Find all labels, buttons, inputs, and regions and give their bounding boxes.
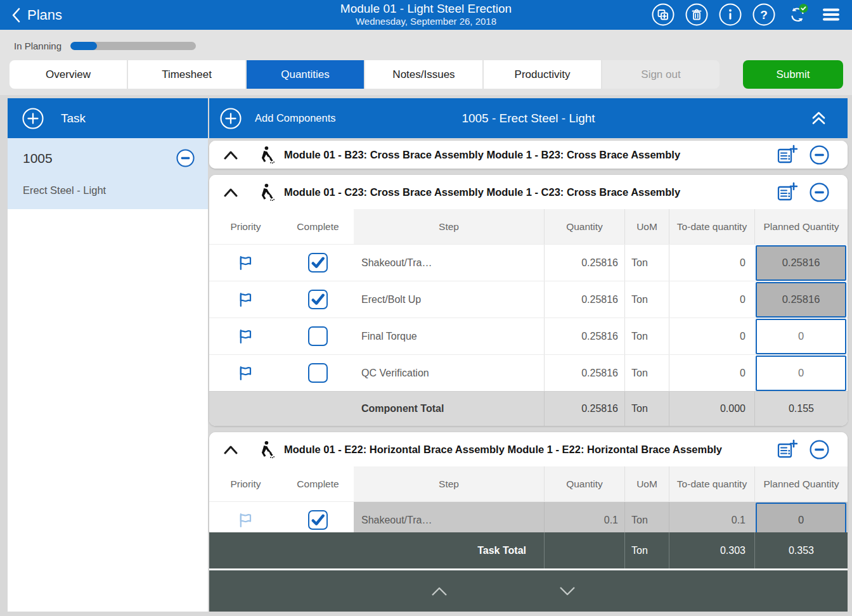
status-progress-fill	[70, 42, 97, 50]
step-uom: Ton	[624, 502, 669, 537]
worker-icon	[256, 183, 275, 202]
add-note-icon[interactable]	[777, 439, 797, 460]
add-note-icon[interactable]	[777, 144, 797, 165]
planned-quantity-input[interactable]	[756, 282, 846, 318]
component-title: Module 01 - B23: Cross Brace Assembly Mo…	[284, 149, 680, 161]
priority-flag-icon[interactable]	[237, 328, 255, 345]
complete-checkbox-checked[interactable]	[308, 253, 328, 273]
planned-quantity-input[interactable]	[756, 356, 846, 391]
duplicate-icon[interactable]	[651, 3, 675, 27]
priority-flag-icon[interactable]	[237, 511, 255, 529]
component-card-c23: Module 01 - C23: Cross Brace Assembly Mo…	[209, 175, 848, 426]
tab-sign-out[interactable]: Sign out	[602, 60, 720, 89]
info-icon[interactable]	[718, 3, 742, 27]
step-name: Shakeout/Tra…	[354, 502, 544, 537]
component-total-todate: 0.000	[669, 392, 754, 426]
chevron-left-icon	[11, 7, 21, 23]
col-quantity: Quantity	[544, 209, 624, 244]
tab-overview[interactable]: Overview	[10, 60, 127, 89]
back-label: Plans	[27, 7, 62, 23]
tab-quantities[interactable]: Quantities	[247, 60, 364, 89]
complete-checkbox-checked[interactable]	[308, 290, 328, 309]
complete-checkbox-unchecked[interactable]	[308, 326, 328, 346]
col-priority: Priority	[209, 209, 282, 244]
step-quantity: 0.25816	[544, 318, 624, 354]
page-title-block: Module 01 - Light Steel Erection Wednesd…	[340, 2, 512, 27]
back-button[interactable]: Plans	[11, 7, 62, 23]
add-components-label: Add Components	[255, 112, 336, 124]
collapse-component-icon[interactable]	[223, 188, 238, 197]
task-list-item[interactable]: 1005 Erect Steel - Light	[8, 138, 208, 209]
submit-button[interactable]: Submit	[743, 60, 843, 89]
step-row: Shakeout/Tra… 0.25816 Ton 0	[209, 244, 848, 281]
remove-component-icon[interactable]	[809, 144, 830, 165]
step-name: Erect/Bolt Up	[354, 281, 544, 318]
tab-timesheet[interactable]: Timesheet	[128, 60, 245, 89]
remove-task-icon[interactable]	[176, 148, 195, 168]
task-sidebar: Task 1005 Erect Steel - Light	[8, 98, 208, 612]
col-step: Step	[354, 466, 544, 501]
priority-flag-icon[interactable]	[237, 364, 255, 382]
scroll-up-icon[interactable]	[430, 586, 449, 597]
col-complete: Complete	[282, 209, 354, 244]
step-uom: Ton	[624, 318, 669, 354]
task-total-todate: 0.303	[669, 532, 754, 568]
component-title: Module 01 - C23: Cross Brace Assembly Mo…	[284, 186, 680, 198]
remove-component-icon[interactable]	[809, 439, 830, 460]
step-name: Final Torque	[354, 318, 544, 354]
status-tab-strip: In Planning Overview Timesheet Quantitie…	[0, 30, 852, 95]
step-quantity: 0.25816	[544, 245, 624, 281]
step-quantity: 0.1	[544, 502, 624, 537]
component-header: Module 01 - B23: Cross Brace Assembly Mo…	[209, 141, 848, 169]
task-name: Erect Steel - Light	[23, 184, 195, 196]
task-total-uom: Ton	[624, 532, 669, 568]
tab-bar: Overview Timesheet Quantities Notes/Issu…	[10, 60, 720, 89]
page-date: Wednesday, September 26, 2018	[340, 16, 512, 27]
step-name: QC Verification	[354, 355, 544, 391]
step-row: Shakeout/Tra… 0.1 Ton 0.1	[209, 501, 848, 537]
tab-notes-issues[interactable]: Notes/Issues	[365, 60, 482, 89]
step-todate: 0	[669, 281, 754, 318]
collapse-component-icon[interactable]	[223, 445, 238, 454]
collapse-all-icon[interactable]	[810, 110, 827, 127]
planned-quantity-input[interactable]	[756, 245, 846, 281]
delete-icon[interactable]	[685, 3, 709, 27]
component-title: Module 01 - E22: Horizontal Brace Assemb…	[284, 444, 722, 456]
component-total-planned: 0.155	[754, 392, 848, 426]
page-title: Module 01 - Light Steel Erection	[340, 2, 512, 16]
add-task-icon[interactable]	[22, 107, 44, 130]
help-icon[interactable]: ?	[752, 3, 776, 27]
scroll-down-icon[interactable]	[558, 586, 577, 597]
col-planned: Planned Quantity	[754, 466, 848, 501]
component-header: Module 01 - C23: Cross Brace Assembly Mo…	[209, 175, 848, 209]
component-header: Module 01 - E22: Horizontal Brace Assemb…	[209, 432, 848, 466]
step-uom: Ton	[624, 355, 669, 391]
remove-component-icon[interactable]	[809, 182, 830, 203]
task-total-row: Task Total Ton 0.303 0.353	[209, 532, 848, 568]
topbar-icons: ?	[651, 3, 843, 27]
priority-flag-icon[interactable]	[237, 291, 255, 309]
steps-table-header: Priority Complete Step Quantity UoM To-d…	[209, 209, 848, 244]
step-todate: 0	[669, 318, 754, 354]
component-card-b23: Module 01 - B23: Cross Brace Assembly Mo…	[209, 141, 848, 169]
col-step: Step	[354, 209, 544, 244]
components-header: Add Components 1005 - Erect Steel - Ligh…	[209, 98, 848, 138]
planned-quantity-input[interactable]	[756, 503, 846, 537]
add-note-icon[interactable]	[777, 182, 797, 203]
collapse-component-icon[interactable]	[223, 150, 238, 160]
complete-checkbox-unchecked[interactable]	[308, 363, 328, 383]
task-total-planned: 0.353	[754, 532, 848, 568]
sync-icon[interactable]	[785, 3, 810, 27]
task-header-label: Task	[61, 112, 86, 125]
planned-quantity-input[interactable]	[756, 319, 846, 354]
worker-icon	[256, 440, 275, 459]
complete-checkbox-checked[interactable]	[308, 510, 328, 530]
step-row: Erect/Bolt Up 0.25816 Ton 0	[209, 281, 848, 318]
status-label: In Planning	[14, 41, 61, 51]
priority-flag-icon[interactable]	[237, 254, 255, 272]
menu-icon[interactable]	[819, 3, 843, 27]
step-quantity: 0.25816	[544, 281, 624, 318]
col-complete: Complete	[282, 466, 354, 501]
tab-productivity[interactable]: Productivity	[484, 60, 601, 89]
add-components-icon[interactable]	[219, 107, 242, 130]
